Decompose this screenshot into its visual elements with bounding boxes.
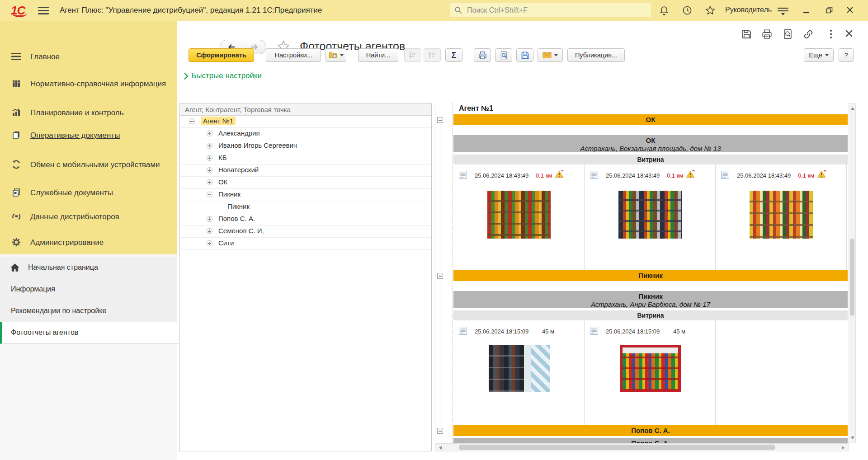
tree-row[interactable]: Новатерский <box>180 164 431 177</box>
expand-icon[interactable] <box>207 216 212 222</box>
more-menu-kebab-icon[interactable] <box>826 29 837 40</box>
print-button[interactable] <box>474 48 491 62</box>
expand-icon[interactable] <box>207 228 212 234</box>
report-photo[interactable] <box>750 191 813 239</box>
scroll-right-icon[interactable] <box>842 446 846 450</box>
main-menu-icon[interactable] <box>38 7 49 14</box>
user-role[interactable]: Руководитель <box>725 6 772 14</box>
print-preview-button[interactable] <box>495 48 512 62</box>
preview-icon[interactable] <box>783 29 793 40</box>
report-photo[interactable] <box>489 345 550 392</box>
more-button[interactable]: Еще <box>804 48 834 62</box>
link-icon[interactable] <box>803 29 814 40</box>
chevron-down-icon <box>554 54 558 56</box>
comment-icon[interactable] <box>721 171 729 179</box>
tree-item-label[interactable]: Пикник <box>218 190 241 198</box>
tree-item-label[interactable]: Семенов С. И, <box>218 227 264 235</box>
history-icon[interactable] <box>682 5 693 16</box>
sidebar-item-planning[interactable]: Планирование и контроль <box>0 104 177 121</box>
comment-icon[interactable] <box>590 327 598 335</box>
help-button[interactable]: ? <box>839 48 854 62</box>
sidebar-page-home[interactable]: Начальная страница <box>0 257 177 279</box>
sidebar-item-service-docs[interactable]: Служебные документы <box>0 184 177 201</box>
close-form-icon[interactable] <box>844 29 855 40</box>
expand-icon[interactable] <box>207 155 212 161</box>
sidebar-item-operational-docs[interactable]: Оперативные документы <box>0 127 177 143</box>
notifications-icon[interactable] <box>659 5 670 16</box>
comment-icon[interactable] <box>459 171 467 179</box>
sidebar-item-nsi[interactable]: Нормативно-справочная информация <box>0 70 177 97</box>
tree-row[interactable]: Александрия <box>180 127 431 140</box>
tree-item-label[interactable]: Пикник <box>227 202 250 210</box>
report-photo[interactable] <box>618 191 682 239</box>
expand-icon[interactable] <box>207 143 212 149</box>
tree-item-label[interactable]: Новатерский <box>218 166 259 174</box>
tree-item-label[interactable]: КБ <box>218 154 227 161</box>
tree-row[interactable]: Пикник <box>180 188 431 201</box>
tree-item-label[interactable]: Агент №1 <box>201 117 236 125</box>
collapse-groups-button[interactable] <box>424 48 441 62</box>
section-band: Витрина <box>453 155 848 164</box>
tree-row[interactable]: Пикник <box>180 201 431 213</box>
expand-groups-button[interactable] <box>404 48 421 62</box>
report-photo[interactable] <box>487 191 551 239</box>
send-mail-button[interactable] <box>538 48 563 62</box>
tree-item-label[interactable]: Попов С. А. <box>218 215 255 222</box>
comment-icon[interactable] <box>590 171 598 179</box>
totals-button[interactable]: Σ <box>445 48 462 62</box>
favorites-star-icon[interactable] <box>705 5 716 16</box>
tree-row[interactable]: Семенов С. И, <box>180 225 431 238</box>
scroll-down-icon[interactable] <box>851 437 854 441</box>
scroll-up-icon[interactable] <box>851 105 854 110</box>
group-collapse-box[interactable] <box>437 428 443 434</box>
horizontal-scrollbar[interactable] <box>435 443 849 451</box>
restore-window-button[interactable] <box>826 6 833 14</box>
sidebar-item-glavnoe[interactable]: Главное <box>0 48 177 65</box>
save-result-button[interactable] <box>516 48 533 62</box>
sidebar-item-administration[interactable]: Администрирование <box>0 234 177 250</box>
expand-icon[interactable] <box>207 179 212 185</box>
photo-timestamp: 25.06.2024 18:43:49 <box>475 172 528 179</box>
tree-row[interactable]: Попов С. А. <box>180 213 431 225</box>
sidebar-item-mobile-exchange[interactable]: Обмен с мобильными устройствами <box>0 151 177 178</box>
tree-row[interactable]: КБ <box>180 152 431 164</box>
expand-icon[interactable] <box>207 131 212 136</box>
functions-menu-icon[interactable] <box>777 6 790 15</box>
horizontal-scroll-thumb[interactable] <box>459 445 775 450</box>
minimize-button[interactable] <box>803 8 810 14</box>
global-search[interactable] <box>450 3 651 17</box>
find-button[interactable]: Найти... <box>358 48 398 62</box>
group-collapse-box[interactable] <box>437 117 443 123</box>
vertical-scroll-thumb[interactable] <box>850 239 854 316</box>
tree-row[interactable]: Агент №1 <box>180 115 431 128</box>
quick-settings-toggle[interactable]: Быстрые настройки <box>182 71 262 80</box>
expand-icon[interactable] <box>207 167 212 173</box>
report-photo[interactable] <box>620 345 681 392</box>
generate-button[interactable]: Сформировать <box>189 48 254 62</box>
sidebar-item-distributors[interactable]: Данные дистрибьюторов <box>0 208 177 225</box>
tree-item-label[interactable]: Александрия <box>218 129 260 137</box>
expand-icon[interactable] <box>207 240 212 246</box>
vertical-scrollbar[interactable] <box>849 103 856 443</box>
tree-item-label[interactable]: Сити <box>218 239 234 247</box>
report-variants-button[interactable] <box>326 48 346 62</box>
sidebar-page-photo-reports[interactable]: Фотоотчеты агентов <box>0 322 179 344</box>
print-icon[interactable] <box>762 29 773 40</box>
comment-icon[interactable] <box>459 327 467 335</box>
tree-item-label[interactable]: ОК <box>218 178 227 186</box>
close-window-button[interactable] <box>846 6 854 14</box>
collapse-icon[interactable] <box>207 192 212 197</box>
tree-row[interactable]: ОК <box>180 176 431 189</box>
collapse-icon[interactable] <box>189 118 195 124</box>
tree-row[interactable]: Сити <box>180 237 431 250</box>
search-input[interactable] <box>466 6 646 15</box>
sidebar-page-recommendations[interactable]: Рекомендации по настройке <box>0 300 177 322</box>
scroll-left-icon[interactable] <box>437 446 442 450</box>
group-collapse-box[interactable] <box>437 273 443 279</box>
publication-button[interactable]: Публикация... <box>567 48 625 62</box>
save-icon[interactable] <box>741 29 752 40</box>
settings-button[interactable]: Настройки... <box>266 48 321 62</box>
sidebar-page-info[interactable]: Информация <box>0 278 177 300</box>
tree-row[interactable]: Иванов Игорь Сергеевич <box>180 140 431 152</box>
tree-item-label[interactable]: Иванов Игорь Сергеевич <box>218 141 297 149</box>
